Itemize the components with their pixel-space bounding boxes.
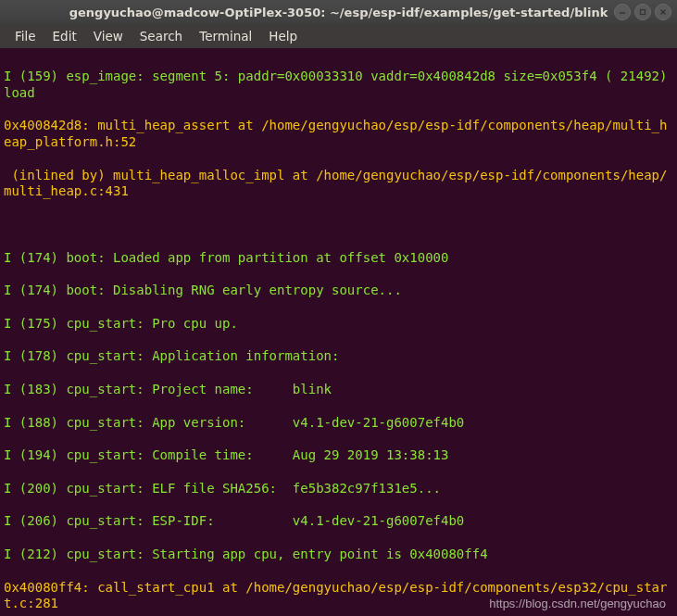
close-icon [659, 8, 667, 16]
maximize-icon [639, 8, 646, 16]
log-line: I (175) cpu_start: Pro cpu up. [4, 316, 673, 333]
log-line: I (188) cpu_start: App version: v4.1-dev… [4, 415, 673, 432]
log-line: I (200) cpu_start: ELF file SHA256: fe5b… [4, 481, 673, 497]
minimize-button[interactable] [614, 4, 631, 20]
blank-line [4, 217, 673, 233]
log-line: I (178) cpu_start: Application informati… [4, 348, 673, 365]
terminal-output[interactable]: I (159) esp_image: segment 5: paddr=0x00… [0, 48, 677, 616]
log-line: I (183) cpu_start: Project name: blink [4, 382, 673, 398]
svg-rect-1 [641, 10, 646, 15]
window-title: gengyuchao@madcow-OptiPlex-3050: ~/esp/e… [69, 6, 608, 19]
menu-file[interactable]: File [7, 26, 44, 46]
log-line: I (212) cpu_start: Starting app cpu, ent… [4, 547, 673, 563]
minimize-icon [619, 8, 626, 16]
menu-terminal[interactable]: Terminal [192, 26, 259, 46]
titlebar: gengyuchao@madcow-OptiPlex-3050: ~/esp/e… [0, 0, 677, 24]
menu-edit[interactable]: Edit [45, 26, 84, 46]
log-line: I (174) boot: Loaded app from partition … [4, 250, 673, 267]
log-line: I (174) boot: Disabling RNG early entrop… [4, 283, 673, 299]
maximize-button[interactable] [634, 4, 651, 20]
log-line: I (206) cpu_start: ESP-IDF: v4.1-dev-21-… [4, 513, 673, 530]
menu-search[interactable]: Search [132, 26, 190, 46]
log-line: I (159) esp_image: segment 5: paddr=0x00… [4, 69, 673, 102]
menu-view[interactable]: View [86, 26, 131, 46]
close-button[interactable] [655, 4, 671, 20]
window-controls [614, 4, 671, 20]
log-line: I (194) cpu_start: Compile time: Aug 29 … [4, 447, 673, 464]
menu-help[interactable]: Help [261, 26, 305, 46]
log-line: (inlined by) multi_heap_malloc_impl at /… [4, 168, 673, 201]
log-line: 0x400842d8: multi_heap_assert at /home/g… [4, 118, 673, 151]
menubar: File Edit View Search Terminal Help [0, 24, 677, 48]
watermark-text: https://blog.csdn.net/gengyuchao [489, 596, 666, 612]
